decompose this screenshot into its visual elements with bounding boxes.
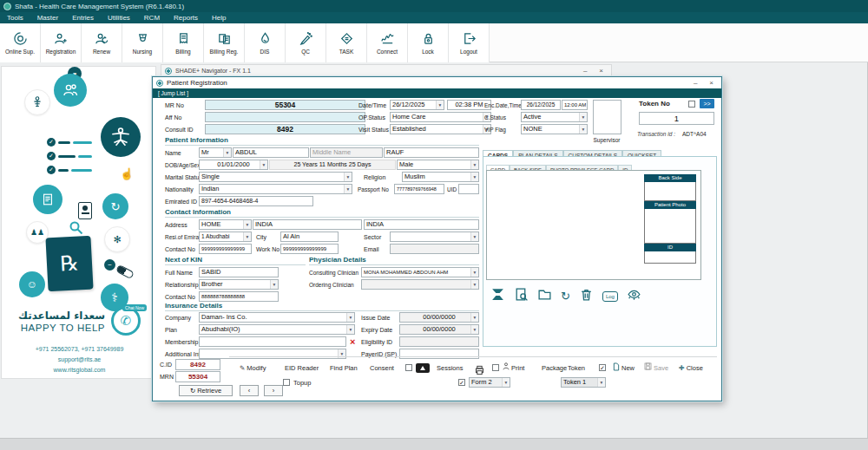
- kin-contact-field[interactable]: 888888788888888: [199, 291, 279, 302]
- nursing-button[interactable]: Nursing: [122, 23, 163, 62]
- chevron-down-icon[interactable]: ▾: [436, 101, 444, 109]
- preview-document-icon[interactable]: [514, 287, 529, 305]
- consent-capture-icon[interactable]: [416, 363, 430, 373]
- task-button[interactable]: TASK: [326, 23, 367, 62]
- uid-field[interactable]: [458, 184, 479, 194]
- chevron-down-icon[interactable]: ▾: [470, 160, 478, 169]
- support-email[interactable]: support@rits.ae: [2, 355, 157, 365]
- sector-select[interactable]: ▾: [390, 232, 479, 242]
- chevron-down-icon[interactable]: ▾: [260, 160, 267, 169]
- address-line1-field[interactable]: INDIA: [253, 219, 362, 230]
- city-field[interactable]: Al Ain: [280, 232, 339, 242]
- new-checkbox[interactable]: ✓: [599, 364, 606, 371]
- marital-status-select[interactable]: Single▾: [199, 172, 352, 182]
- c-status-select[interactable]: Active▾: [521, 112, 588, 122]
- additional-info-select[interactable]: ▾: [199, 349, 346, 359]
- aff-no-field[interactable]: [205, 112, 365, 122]
- topup-checkbox[interactable]: [283, 379, 290, 386]
- expiry-date-picker[interactable]: 00/00/0000▾: [399, 324, 479, 335]
- company-select[interactable]: Daman- Ins Co.▾: [199, 312, 355, 323]
- first-name-field[interactable]: ABDUL: [233, 147, 309, 158]
- issue-date-picker[interactable]: 00/00/0000▾: [399, 312, 479, 323]
- logout-button[interactable]: Logout: [449, 23, 490, 62]
- package-button[interactable]: Package: [542, 362, 567, 374]
- form-select[interactable]: Form 2▾: [469, 377, 510, 388]
- chevron-down-icon[interactable]: ▾: [270, 280, 278, 289]
- membership-id-field[interactable]: [199, 336, 346, 347]
- visit-status-select[interactable]: Established▾: [390, 124, 491, 134]
- previous-button[interactable]: ‹: [240, 385, 259, 396]
- contact-no-field[interactable]: 999999999999999: [199, 244, 252, 254]
- work-no-field[interactable]: 999999999999999: [280, 244, 339, 254]
- dialog-minimize-button[interactable]: –: [689, 79, 701, 87]
- op-status-select[interactable]: Home Care▾: [390, 112, 491, 122]
- eid-reader-button[interactable]: EID Reader: [285, 362, 319, 374]
- whatsapp-icon[interactable]: ✆ Chat Now: [111, 306, 141, 336]
- form-checkbox[interactable]: ✓: [458, 379, 465, 386]
- menu-utilities[interactable]: Utilities: [101, 14, 137, 22]
- menu-tools[interactable]: Tools: [0, 14, 30, 22]
- middle-name-field[interactable]: Middle Name: [310, 147, 383, 158]
- id-slot[interactable]: [644, 251, 696, 264]
- navigator-tab[interactable]: SHADE+ Navigator - FX 1.1 – ×: [161, 64, 612, 77]
- billing-button[interactable]: Billing: [163, 23, 204, 62]
- chevron-down-icon[interactable]: ▾: [470, 313, 478, 322]
- new-button[interactable]: New: [613, 362, 635, 374]
- chevron-down-icon[interactable]: ▾: [344, 185, 352, 193]
- chevron-down-icon[interactable]: ▾: [346, 313, 354, 322]
- kin-relationship-select[interactable]: Brother▾: [199, 279, 279, 290]
- billing-reg-button[interactable]: Billing Reg.: [204, 23, 245, 62]
- last-name-field[interactable]: RAUF: [384, 147, 479, 158]
- find-plan-button[interactable]: Find Plan: [330, 362, 358, 374]
- address-line2-field[interactable]: INDIA: [364, 219, 479, 230]
- qc-button[interactable]: QC: [286, 23, 326, 62]
- registration-button[interactable]: Registration: [41, 23, 82, 62]
- connect-button[interactable]: Connect: [367, 23, 408, 62]
- consulting-clinician-select[interactable]: MONA MOHAMMED ABDOUN AHM▾: [361, 267, 479, 277]
- chevron-down-icon[interactable]: ▾: [470, 325, 478, 334]
- token-number-field[interactable]: 1: [639, 112, 714, 125]
- chevron-down-icon[interactable]: ▾: [223, 148, 231, 157]
- plan-select[interactable]: Abudhabi(IO)▾: [199, 324, 355, 335]
- chevron-down-icon[interactable]: ▾: [470, 280, 478, 289]
- ordering-clinician-select[interactable]: ▾: [361, 279, 479, 290]
- enc-date-field[interactable]: 26/12/2025: [521, 100, 561, 110]
- menu-reports[interactable]: Reports: [167, 14, 205, 22]
- chevron-down-icon[interactable]: ▾: [579, 125, 587, 134]
- back-side-slot[interactable]: [644, 182, 696, 201]
- print-checkbox[interactable]: [492, 364, 499, 371]
- consent-checkbox[interactable]: [405, 364, 412, 371]
- modify-button[interactable]: ✎Modify: [240, 362, 266, 374]
- delete-icon[interactable]: [579, 287, 594, 305]
- menu-entries[interactable]: Entries: [65, 14, 101, 22]
- chevron-down-icon[interactable]: ▾: [470, 232, 478, 241]
- address-type-select[interactable]: HOME▾: [199, 219, 252, 230]
- name-title-select[interactable]: Mr▾: [199, 147, 232, 158]
- print-button[interactable]: Print: [503, 362, 524, 374]
- support-website[interactable]: www.ritsglobal.com: [2, 365, 157, 375]
- chevron-down-icon[interactable]: ▾: [579, 113, 587, 121]
- nationality-select[interactable]: Indian▾: [199, 184, 352, 194]
- token-checkbox[interactable]: [688, 101, 695, 108]
- chevron-down-icon[interactable]: ▾: [344, 173, 352, 181]
- lock-button[interactable]: Lock: [408, 23, 449, 62]
- close-button[interactable]: ✚Close: [679, 362, 703, 374]
- payer-id-field[interactable]: [399, 349, 479, 359]
- dob-date-picker[interactable]: 01/01/2000▾: [199, 160, 268, 170]
- consent-button[interactable]: Consent: [370, 362, 394, 374]
- retrieve-button[interactable]: ↻Retrieve: [179, 385, 233, 396]
- chevron-down-icon[interactable]: ▾: [243, 220, 251, 229]
- refresh-icon[interactable]: ↻: [561, 290, 570, 303]
- chevron-down-icon[interactable]: ▾: [243, 232, 251, 241]
- enc-time-field[interactable]: 12:00 AM: [562, 100, 588, 110]
- token-select[interactable]: Token 1▾: [561, 377, 606, 388]
- menu-master[interactable]: Master: [30, 14, 65, 22]
- chevron-down-icon[interactable]: ▾: [470, 173, 478, 181]
- menu-rcm[interactable]: RCM: [137, 14, 167, 22]
- jump-list-bar[interactable]: [ Jump List ]: [153, 88, 721, 98]
- sex-select[interactable]: Male▾: [397, 160, 479, 170]
- renew-button[interactable]: Renew: [82, 23, 122, 62]
- chevron-down-icon[interactable]: ▾: [346, 325, 354, 334]
- consult-id-field[interactable]: 8492: [205, 124, 365, 134]
- token-more-button[interactable]: >>: [700, 99, 714, 108]
